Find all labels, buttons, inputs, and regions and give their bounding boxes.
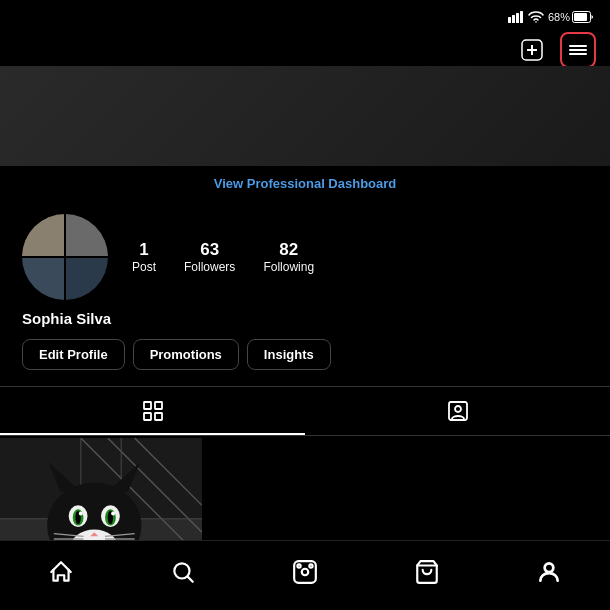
- shop-icon: [414, 559, 440, 585]
- battery-percent: 68%: [548, 11, 570, 23]
- nav-home[interactable]: [36, 547, 86, 597]
- svg-rect-3: [520, 11, 523, 23]
- svg-point-18: [455, 406, 461, 412]
- avatar: [22, 214, 108, 300]
- avatar-cell-4: [66, 258, 108, 300]
- profile-info-row: 1 Post 63 Followers 82 Following: [18, 214, 592, 300]
- profile-name: Sophia Silva: [18, 300, 592, 339]
- edit-profile-button[interactable]: Edit Profile: [22, 339, 125, 370]
- avatar-cell-3: [22, 258, 64, 300]
- posts-count: 1: [139, 240, 148, 260]
- profile-section: 1 Post 63 Followers 82 Following Sophia …: [0, 204, 610, 386]
- svg-point-51: [302, 568, 309, 575]
- avatar-cell-1: [22, 214, 64, 256]
- svg-rect-13: [144, 402, 151, 409]
- profile-icon: [536, 559, 562, 585]
- dashboard-link-container: View Professional Dashboard: [0, 166, 610, 204]
- svg-rect-1: [512, 15, 515, 23]
- person-tag-icon: [446, 399, 470, 423]
- content-tab-bar: [0, 386, 610, 436]
- svg-rect-14: [155, 402, 162, 409]
- cover-photo: [0, 66, 610, 166]
- following-count: 82: [279, 240, 298, 260]
- svg-rect-16: [155, 413, 162, 420]
- followers-label: Followers: [184, 260, 235, 274]
- action-buttons: Edit Profile Promotions Insights: [18, 339, 592, 386]
- home-icon: [48, 559, 74, 585]
- svg-rect-15: [144, 413, 151, 420]
- cover-placeholder: [0, 66, 610, 166]
- photo-item-1[interactable]: [0, 438, 202, 540]
- avatar-grid: [22, 214, 108, 300]
- followers-count: 63: [200, 240, 219, 260]
- promotions-button[interactable]: Promotions: [133, 339, 239, 370]
- wifi-icon: [528, 11, 544, 23]
- stat-posts[interactable]: 1 Post: [132, 240, 156, 274]
- svg-line-49: [188, 576, 193, 581]
- stat-followers[interactable]: 63 Followers: [184, 240, 235, 274]
- stats-row: 1 Post 63 Followers 82 Following: [132, 240, 314, 274]
- stat-following[interactable]: 82 Following: [263, 240, 314, 274]
- svg-point-53: [309, 564, 312, 567]
- menu-icon: [567, 39, 589, 61]
- battery-icon: 68%: [548, 11, 594, 23]
- following-label: Following: [263, 260, 314, 274]
- svg-point-37: [79, 511, 83, 515]
- photo-grid: [0, 436, 610, 540]
- grid-icon: [141, 399, 165, 423]
- status-icons: 68%: [508, 11, 594, 23]
- svg-point-54: [545, 563, 554, 572]
- reels-icon: [292, 559, 318, 585]
- svg-rect-2: [516, 13, 519, 23]
- svg-point-38: [111, 511, 115, 515]
- insights-button[interactable]: Insights: [247, 339, 331, 370]
- add-button[interactable]: [514, 32, 550, 68]
- bottom-nav: [0, 540, 610, 610]
- battery-shape: [572, 11, 594, 23]
- menu-button[interactable]: [560, 32, 596, 68]
- svg-point-52: [297, 564, 300, 567]
- svg-rect-6: [574, 13, 587, 21]
- cat-photo: [0, 438, 202, 540]
- nav-reels[interactable]: [280, 547, 330, 597]
- signal-icon: [508, 11, 524, 23]
- view-professional-dashboard-link[interactable]: View Professional Dashboard: [214, 176, 397, 191]
- status-bar: 68%: [0, 0, 610, 28]
- svg-rect-0: [508, 17, 511, 23]
- nav-shop[interactable]: [402, 547, 452, 597]
- svg-point-4: [535, 21, 537, 23]
- avatar-cell-2: [66, 214, 108, 256]
- nav-profile[interactable]: [524, 547, 574, 597]
- nav-search[interactable]: [158, 547, 208, 597]
- posts-label: Post: [132, 260, 156, 274]
- search-icon: [170, 559, 196, 585]
- tab-grid[interactable]: [0, 387, 305, 435]
- tab-tagged[interactable]: [305, 387, 610, 435]
